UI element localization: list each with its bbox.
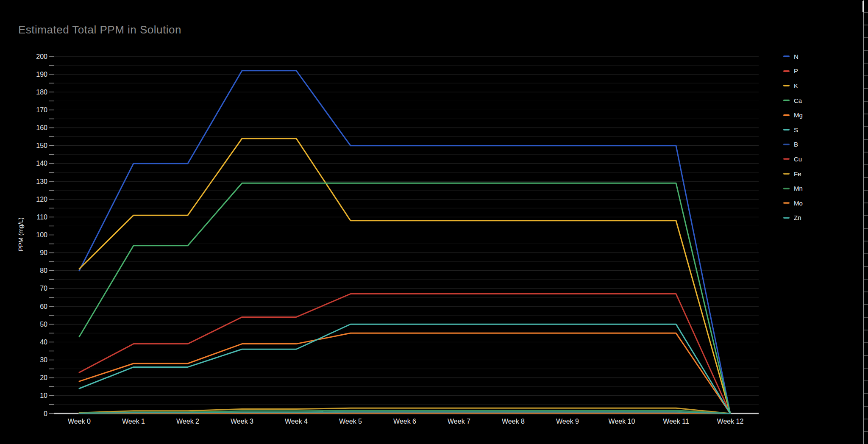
y-tick-label: 140 <box>36 160 47 167</box>
y-axis-title: PPM (mg/L) <box>17 217 24 251</box>
x-tick-label: Week 5 <box>339 418 362 425</box>
chart-panel: Estimated Total PPM in Solution 01020304… <box>0 0 868 444</box>
x-tick-label: Week 12 <box>717 418 744 425</box>
y-tick-label: 50 <box>40 321 47 328</box>
legend-label-S: S <box>794 126 798 133</box>
legend-swatch-Zn <box>783 217 790 219</box>
legend-swatch-Cu <box>783 158 790 160</box>
y-tick-label: 120 <box>36 196 47 203</box>
y-tick-label: 160 <box>36 124 47 131</box>
legend-label-B: B <box>794 141 798 148</box>
legend-swatch-N <box>783 56 790 57</box>
y-tick-label: 90 <box>40 249 47 256</box>
legend: NPKCaMgSBCuFeMnMoZn <box>783 49 803 225</box>
legend-label-Mo: Mo <box>794 200 803 207</box>
adjacent-chart-top-tick <box>862 1 864 12</box>
legend-item-B[interactable]: B <box>783 137 803 152</box>
legend-swatch-K <box>783 85 790 86</box>
x-tick-label: Week 9 <box>556 418 579 425</box>
legend-item-Mn[interactable]: Mn <box>783 181 803 196</box>
y-tick-label: 110 <box>36 214 47 221</box>
legend-item-Cu[interactable]: Cu <box>783 152 803 166</box>
x-tick-label: Week 10 <box>609 418 635 425</box>
legend-item-Zn[interactable]: Zn <box>783 211 803 225</box>
legend-swatch-Ca <box>783 100 790 101</box>
y-tick-label: 130 <box>36 178 47 185</box>
series-line-Mo <box>79 413 730 413</box>
legend-swatch-P <box>783 70 790 72</box>
x-tick-label: Week 3 <box>231 418 253 425</box>
y-tick-label: 180 <box>36 89 47 96</box>
legend-label-P: P <box>794 67 798 75</box>
legend-item-S[interactable]: S <box>783 122 803 137</box>
x-tick-label: Week 8 <box>502 418 525 425</box>
y-tick-label: 80 <box>40 267 47 274</box>
series-line-Ca <box>79 183 730 413</box>
y-tick-label: 10 <box>40 392 47 399</box>
x-tick-label: Week 1 <box>122 418 145 425</box>
legend-label-Ca: Ca <box>794 97 802 104</box>
y-tick-label: 150 <box>36 142 47 149</box>
legend-item-Fe[interactable]: Fe <box>783 166 803 181</box>
legend-swatch-B <box>783 144 790 145</box>
legend-label-Cu: Cu <box>794 155 802 163</box>
y-tick-label: 190 <box>36 71 47 78</box>
x-tick-label: Week 6 <box>393 418 416 425</box>
legend-swatch-Fe <box>783 173 790 175</box>
y-tick-label: 200 <box>36 53 47 60</box>
legend-swatch-Mn <box>783 188 790 189</box>
legend-label-Mn: Mn <box>794 185 803 192</box>
y-tick-label: 40 <box>40 339 47 346</box>
y-tick-label: 20 <box>40 374 47 381</box>
y-tick-label: 60 <box>40 303 47 310</box>
series-line-Mg <box>79 333 730 413</box>
adjacent-chart-gridline-stubs <box>864 0 868 444</box>
x-tick-label: Week 0 <box>68 418 91 425</box>
legend-label-Mg: Mg <box>794 111 803 119</box>
y-tick-label: 170 <box>36 106 47 114</box>
plot-area[interactable]: 0102030405060708090100110120130140150160… <box>0 0 868 444</box>
legend-item-Mg[interactable]: Mg <box>783 108 803 122</box>
legend-swatch-Mo <box>783 202 790 204</box>
legend-label-N: N <box>794 53 798 60</box>
legend-item-K[interactable]: K <box>783 78 803 93</box>
legend-label-K: K <box>794 82 798 89</box>
y-tick-label: 30 <box>40 356 47 364</box>
legend-label-Zn: Zn <box>794 214 801 221</box>
adjacent-chart-axis-line <box>863 0 864 444</box>
legend-item-N[interactable]: N <box>783 49 803 64</box>
legend-item-Ca[interactable]: Ca <box>783 93 803 108</box>
x-tick-label: Week 11 <box>663 418 689 425</box>
y-tick-label: 70 <box>40 285 47 292</box>
x-tick-label: Week 7 <box>448 418 470 425</box>
legend-label-Fe: Fe <box>794 170 801 178</box>
y-tick-label: 0 <box>44 410 47 417</box>
series-line-N <box>79 71 730 413</box>
y-tick-label: 100 <box>36 231 47 239</box>
series-line-K <box>79 139 730 413</box>
x-tick-label: Week 2 <box>176 418 199 425</box>
x-tick-label: Week 4 <box>285 418 308 425</box>
legend-item-P[interactable]: P <box>783 64 803 79</box>
legend-swatch-Mg <box>783 114 790 116</box>
legend-item-Mo[interactable]: Mo <box>783 196 803 211</box>
legend-swatch-S <box>783 129 790 130</box>
